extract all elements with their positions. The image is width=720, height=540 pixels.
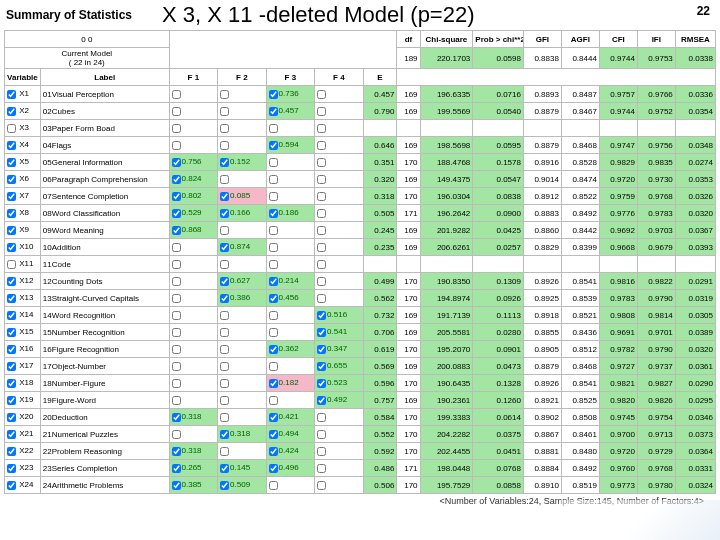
checkbox[interactable] [269,209,278,218]
checkbox[interactable] [269,243,278,252]
checkbox[interactable] [7,481,16,490]
checkbox[interactable] [269,226,278,235]
checkbox[interactable] [269,107,278,116]
checkbox[interactable] [172,447,181,456]
checkbox[interactable] [7,260,16,269]
checkbox[interactable] [269,175,278,184]
checkbox[interactable] [7,413,16,422]
checkbox[interactable] [172,396,181,405]
checkbox[interactable] [317,277,326,286]
checkbox[interactable] [317,447,326,456]
checkbox[interactable] [317,243,326,252]
checkbox[interactable] [7,158,16,167]
checkbox[interactable] [7,396,16,405]
checkbox[interactable] [269,141,278,150]
checkbox[interactable] [7,107,16,116]
checkbox[interactable] [269,192,278,201]
checkbox[interactable] [7,345,16,354]
checkbox[interactable] [7,447,16,456]
checkbox[interactable] [220,243,229,252]
checkbox[interactable] [172,260,181,269]
checkbox[interactable] [220,345,229,354]
checkbox[interactable] [317,481,326,490]
checkbox[interactable] [269,277,278,286]
checkbox[interactable] [172,226,181,235]
checkbox[interactable] [172,430,181,439]
checkbox[interactable] [172,209,181,218]
checkbox[interactable] [220,379,229,388]
checkbox[interactable] [220,430,229,439]
checkbox[interactable] [269,294,278,303]
checkbox[interactable] [317,311,326,320]
checkbox[interactable] [269,260,278,269]
checkbox[interactable] [172,413,181,422]
checkbox[interactable] [317,396,326,405]
checkbox[interactable] [220,192,229,201]
checkbox[interactable] [7,294,16,303]
checkbox[interactable] [172,90,181,99]
checkbox[interactable] [269,362,278,371]
checkbox[interactable] [7,243,16,252]
checkbox[interactable] [7,209,16,218]
checkbox[interactable] [317,362,326,371]
checkbox[interactable] [269,430,278,439]
checkbox[interactable] [172,277,181,286]
checkbox[interactable] [7,362,16,371]
checkbox[interactable] [172,464,181,473]
checkbox[interactable] [269,90,278,99]
checkbox[interactable] [220,107,229,116]
checkbox[interactable] [269,124,278,133]
checkbox[interactable] [220,311,229,320]
checkbox[interactable] [317,260,326,269]
checkbox[interactable] [7,175,16,184]
checkbox[interactable] [317,90,326,99]
checkbox[interactable] [7,90,16,99]
checkbox[interactable] [317,345,326,354]
checkbox[interactable] [172,107,181,116]
checkbox[interactable] [269,328,278,337]
checkbox[interactable] [317,226,326,235]
checkbox[interactable] [7,464,16,473]
checkbox[interactable] [7,226,16,235]
checkbox[interactable] [269,345,278,354]
checkbox[interactable] [172,141,181,150]
checkbox[interactable] [7,328,16,337]
checkbox[interactable] [269,481,278,490]
checkbox[interactable] [269,311,278,320]
checkbox[interactable] [172,175,181,184]
checkbox[interactable] [7,277,16,286]
checkbox[interactable] [317,107,326,116]
checkbox[interactable] [317,192,326,201]
checkbox[interactable] [172,294,181,303]
checkbox[interactable] [220,362,229,371]
checkbox[interactable] [220,294,229,303]
checkbox[interactable] [269,447,278,456]
checkbox[interactable] [269,158,278,167]
checkbox[interactable] [317,430,326,439]
checkbox[interactable] [220,226,229,235]
checkbox[interactable] [172,345,181,354]
checkbox[interactable] [172,379,181,388]
checkbox[interactable] [220,396,229,405]
checkbox[interactable] [172,158,181,167]
checkbox[interactable] [172,311,181,320]
checkbox[interactable] [269,379,278,388]
checkbox[interactable] [220,175,229,184]
checkbox[interactable] [269,413,278,422]
checkbox[interactable] [317,328,326,337]
checkbox[interactable] [220,447,229,456]
checkbox[interactable] [317,141,326,150]
checkbox[interactable] [317,209,326,218]
checkbox[interactable] [220,328,229,337]
checkbox[interactable] [7,379,16,388]
checkbox[interactable] [317,175,326,184]
checkbox[interactable] [220,464,229,473]
checkbox[interactable] [317,379,326,388]
checkbox[interactable] [220,260,229,269]
checkbox[interactable] [220,277,229,286]
checkbox[interactable] [172,362,181,371]
checkbox[interactable] [172,328,181,337]
checkbox[interactable] [7,141,16,150]
checkbox[interactable] [220,124,229,133]
checkbox[interactable] [220,413,229,422]
